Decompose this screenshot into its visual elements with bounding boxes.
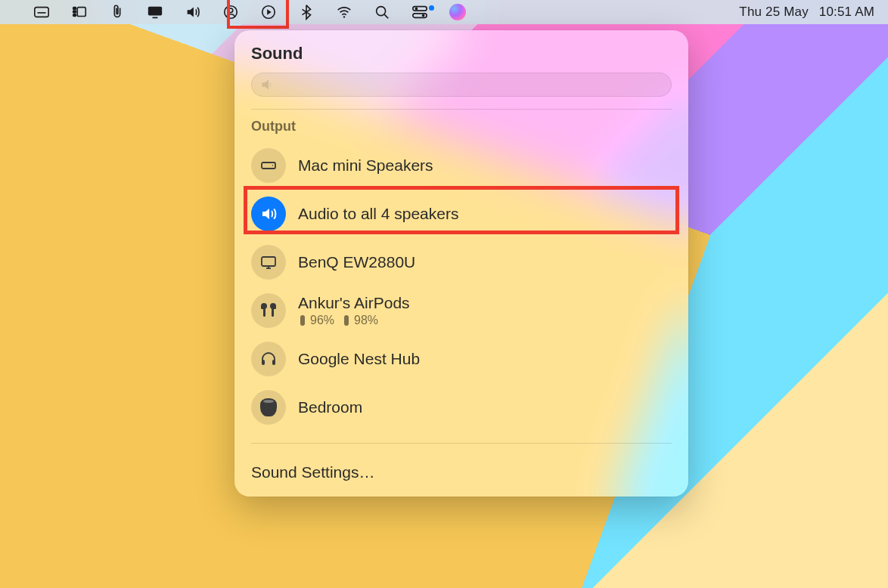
device-label: Ankur's AirPods — [298, 294, 410, 312]
device-label: Mac mini Speakers — [298, 156, 433, 175]
svg-rect-9 — [77, 8, 85, 17]
menu-bar-clock[interactable]: Thu 25 May 10:51 AM — [739, 5, 874, 20]
output-device-benq[interactable]: BenQ EW2880U — [244, 239, 679, 286]
device-label: BenQ EW2880U — [298, 253, 415, 271]
output-device-list: Mac mini Speakers Audio to all 4 speaker… — [234, 142, 688, 431]
control-center-icon[interactable] — [411, 4, 428, 20]
svg-rect-24 — [262, 257, 275, 266]
monitor-icon — [251, 245, 286, 280]
user-icon[interactable] — [222, 4, 239, 20]
display-icon[interactable] — [147, 4, 163, 20]
svg-rect-11 — [152, 17, 157, 18]
menu-bar-status-icons — [33, 4, 466, 20]
output-device-nest-hub[interactable]: Google Nest Hub — [244, 336, 679, 382]
now-playing-icon[interactable] — [260, 4, 277, 20]
output-device-mac-mini[interactable]: Mac mini Speakers — [244, 142, 679, 189]
volume-slider[interactable] — [251, 73, 672, 97]
svg-rect-18 — [413, 7, 427, 11]
svg-point-23 — [272, 165, 274, 166]
svg-rect-0 — [35, 8, 48, 17]
homepod-icon — [251, 390, 286, 425]
svg-rect-8 — [73, 14, 76, 17]
menu-bar: Thu 25 May 10:51 AM — [0, 0, 888, 24]
keyboard-viewer-icon[interactable] — [33, 4, 50, 20]
svg-rect-7 — [73, 11, 76, 13]
sound-icon[interactable] — [185, 4, 201, 20]
output-device-bedroom[interactable]: Bedroom — [244, 384, 679, 431]
output-device-airpods[interactable]: Ankur's AirPods 96% 98% — [244, 287, 679, 334]
svg-rect-6 — [73, 8, 76, 10]
device-label: Audio to all 4 speakers — [298, 205, 458, 223]
volume-low-icon — [259, 76, 276, 93]
divider — [251, 443, 672, 444]
output-device-multi-output[interactable]: Audio to all 4 speakers — [244, 190, 679, 237]
sound-popover: Sound Output Mac mini Speakers Audio to … — [234, 30, 688, 497]
svg-point-16 — [377, 7, 386, 16]
popover-title: Sound — [251, 44, 672, 63]
spotlight-icon[interactable] — [374, 4, 390, 20]
wifi-icon[interactable] — [336, 4, 352, 20]
svg-rect-28 — [272, 360, 275, 365]
sound-settings-link[interactable]: Sound Settings… — [234, 453, 688, 491]
svg-rect-20 — [413, 14, 427, 18]
divider — [251, 109, 672, 110]
svg-line-17 — [384, 14, 388, 18]
speaker-icon — [251, 197, 286, 231]
attachment-icon[interactable] — [109, 4, 126, 20]
headphones-icon — [251, 342, 286, 376]
menu-bar-time: 10:51 AM — [819, 5, 874, 20]
siri-icon[interactable] — [449, 4, 466, 20]
svg-rect-27 — [262, 360, 265, 365]
svg-point-15 — [343, 16, 345, 17]
svg-point-21 — [422, 14, 425, 17]
svg-point-13 — [228, 8, 233, 12]
device-label: Google Nest Hub — [298, 350, 420, 368]
bluetooth-icon[interactable] — [298, 4, 315, 20]
device-label: Bedroom — [298, 398, 362, 416]
stage-manager-icon[interactable] — [71, 4, 88, 20]
svg-rect-10 — [148, 7, 162, 16]
mac-mini-icon — [251, 148, 286, 183]
menu-bar-date: Thu 25 May — [739, 5, 808, 20]
airpods-battery: 96% 98% — [298, 314, 410, 327]
airpods-icon — [251, 293, 286, 328]
svg-point-19 — [415, 8, 418, 11]
output-heading: Output — [251, 119, 672, 135]
